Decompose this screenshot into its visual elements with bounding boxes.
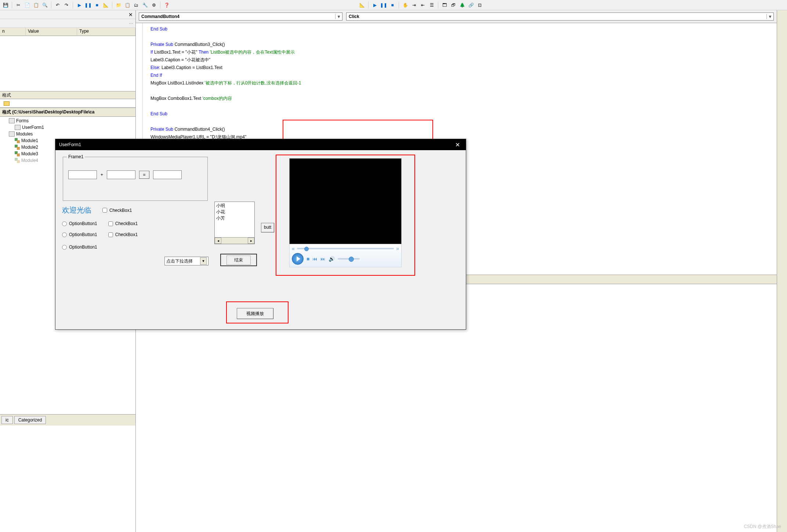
project-icon[interactable]: 📁 — [115, 1, 123, 9]
window-close-icon[interactable]: ✕ — [453, 141, 462, 148]
outdent-icon[interactable]: ⇤ — [419, 1, 427, 9]
checkbox1-b[interactable]: CheckBox1 — [108, 221, 138, 226]
userform-title: UserForm1 — [59, 142, 81, 147]
locals-grid-body — [0, 36, 135, 91]
checkbox1-c[interactable]: CheckBox1 — [108, 232, 138, 237]
media-prev-icon[interactable]: ⏮ — [312, 256, 318, 262]
combobox1[interactable]: 点击下拉选择 ▼ — [164, 257, 208, 265]
media-volume-icon[interactable]: 🔊 — [329, 256, 335, 262]
media-stop-icon[interactable]: ■ — [307, 256, 309, 262]
col-value[interactable]: Value — [26, 28, 77, 36]
media-next-icon[interactable]: ⏭ — [320, 256, 326, 262]
separator — [438, 2, 438, 8]
copy-icon[interactable]: 📄 — [23, 1, 31, 9]
scroll-right-icon[interactable]: ▸ — [248, 238, 254, 244]
list-item[interactable]: 小芳 — [216, 215, 253, 221]
combo-arrow-icon[interactable]: ▼ — [200, 257, 207, 265]
separator — [399, 2, 399, 8]
paste-icon[interactable]: 📋 — [32, 1, 40, 9]
end-button[interactable]: 结束 — [220, 254, 257, 266]
design-icon[interactable]: 📐 — [358, 1, 366, 9]
stop-icon[interactable]: ■ — [93, 1, 101, 9]
list-icon[interactable]: ☰ — [428, 1, 436, 9]
folder-row[interactable] — [0, 99, 135, 108]
panel-close-icon[interactable]: ✕ — [127, 11, 134, 18]
event-value: Click — [349, 14, 359, 19]
checkbox-input[interactable] — [102, 208, 107, 213]
dropdown-arrow-icon: ▾ — [335, 14, 340, 19]
cut-icon[interactable]: ✂ — [14, 1, 22, 9]
forward-icon[interactable]: » — [396, 246, 399, 251]
tree-label: UserForm1 — [22, 125, 44, 130]
result-input[interactable] — [153, 170, 182, 179]
checkbox1[interactable]: CheckBox1 — [102, 208, 132, 213]
tree-modules-folder[interactable]: Modules — [0, 131, 135, 137]
optionbutton1-b[interactable]: OptionButton1 — [62, 232, 97, 237]
listbox1[interactable]: 小明 小花 小芳 ◂ ▸ — [214, 202, 255, 244]
media-player-video[interactable] — [289, 158, 402, 244]
radio-input[interactable] — [62, 232, 67, 237]
run2-icon[interactable]: ▶ — [371, 1, 379, 9]
format-label: 格式 — [2, 92, 11, 98]
tab-categorized[interactable]: Categorized — [14, 416, 46, 424]
stop2-icon[interactable]: ■ — [388, 1, 396, 9]
separator — [368, 2, 369, 8]
tree-userform1[interactable]: UserForm1 — [0, 124, 135, 131]
tree-forms-folder[interactable]: Forms — [0, 117, 135, 124]
checkbox-input[interactable] — [108, 221, 113, 226]
radio-input[interactable] — [62, 245, 67, 250]
play-button[interactable] — [292, 253, 304, 265]
volume-slider[interactable] — [338, 258, 360, 260]
operand1-input[interactable] — [68, 170, 97, 179]
checkbox-label: CheckBox1 — [115, 232, 138, 237]
highlight-box-videoplay — [226, 301, 289, 323]
controls-area: 欢迎光临 CheckBox1 OptionButton1 CheckBox1 O… — [62, 205, 138, 256]
checkbox-input[interactable] — [108, 232, 113, 237]
help-icon[interactable]: ❓ — [163, 1, 171, 9]
col-name[interactable]: n — [0, 28, 26, 36]
pause2-icon[interactable]: ❚❚ — [380, 1, 388, 9]
mid-label-bar: 格式 — [0, 91, 135, 99]
seek-track[interactable] — [297, 248, 394, 249]
list-item[interactable]: 小花 — [216, 209, 253, 215]
radio-input[interactable] — [62, 221, 67, 226]
listbox-scrollbar[interactable]: ◂ ▸ — [215, 237, 254, 244]
media-seekbar[interactable]: « » — [292, 246, 399, 251]
tree-label: Module1 — [21, 138, 38, 143]
run-icon[interactable]: ▶ — [75, 1, 83, 9]
properties-icon[interactable]: 📋 — [123, 1, 131, 9]
tree-icon[interactable]: 🌲 — [458, 1, 466, 9]
hand-icon[interactable]: ✋ — [401, 1, 409, 9]
col-type[interactable]: Type — [77, 28, 135, 36]
frame1-label: Frame1 — [67, 154, 85, 159]
rewind-icon[interactable]: « — [292, 246, 295, 251]
optionbutton1-c[interactable]: OptionButton1 — [62, 245, 97, 250]
tools-icon[interactable]: ⚙ — [150, 1, 158, 9]
folder-icon — [9, 131, 15, 137]
list-item[interactable]: 小明 — [216, 203, 253, 209]
indent-icon[interactable]: ⇥ — [410, 1, 418, 9]
window-icon[interactable]: 🗔 — [440, 1, 449, 9]
toolbox-icon[interactable]: 🔧 — [141, 1, 149, 9]
redo-icon[interactable]: ↷ — [62, 1, 70, 9]
undo-icon[interactable]: ↶ — [54, 1, 62, 9]
equals-button[interactable]: = — [139, 171, 149, 179]
scroll-left-icon[interactable]: ◂ — [215, 238, 221, 244]
design-mode-icon[interactable]: 📐 — [102, 1, 110, 9]
find-icon[interactable]: 🔍 — [41, 1, 49, 9]
object-dropdown[interactable]: CommandButton4▾ — [139, 12, 342, 21]
windows-icon[interactable]: 🗗 — [449, 1, 457, 9]
event-dropdown[interactable]: Click▾ — [346, 12, 774, 21]
pause-icon[interactable]: ❚❚ — [84, 1, 92, 9]
link-icon[interactable]: 🔗 — [467, 1, 475, 9]
play-icon — [297, 256, 300, 261]
operand2-input[interactable] — [107, 170, 135, 179]
close-icon[interactable]: ⊡ — [476, 1, 484, 9]
butt-button[interactable]: butt — [261, 223, 274, 232]
tab-alphabetic[interactable]: ic — [1, 416, 13, 424]
save-icon[interactable]: 💾 — [1, 1, 10, 9]
userform-titlebar[interactable]: UserForm1 ✕ — [55, 139, 466, 150]
optionbutton1-a[interactable]: OptionButton1 — [62, 221, 97, 226]
panel-grip[interactable]: ⋯ — [0, 19, 135, 28]
browser-icon[interactable]: 🗂 — [132, 1, 140, 9]
